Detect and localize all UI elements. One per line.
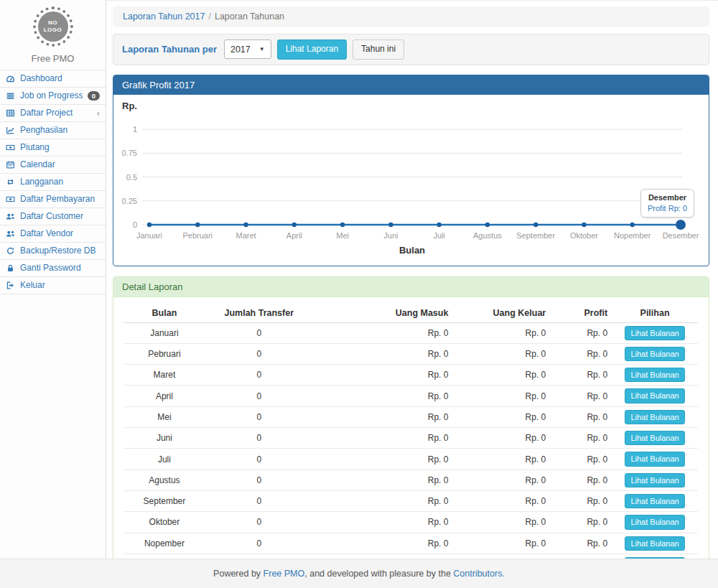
sidebar-item-label: Daftar Customer [20, 211, 83, 222]
cell-uang_keluar: Rp. 0 [457, 365, 554, 386]
profit-chart-panel: Grafik Profit 2017 10.750.50.250Rp.Janua… [113, 75, 709, 266]
breadcrumb-link-laporan-tahun[interactable]: Laporan Tahun 2017 [123, 11, 205, 22]
lihat-bulanan-button[interactable]: Lihat Bulanan [625, 410, 684, 424]
cell-bulan: Maret [124, 365, 205, 386]
x-tick-label: Oktober [570, 231, 598, 240]
data-point[interactable] [388, 222, 393, 226]
users-icon [6, 229, 16, 238]
year-select[interactable]: 2017 ▼ [224, 39, 271, 59]
lihat-bulanan-button[interactable]: Lihat Bulanan [625, 494, 684, 508]
lihat-bulanan-button[interactable]: Lihat Bulanan [625, 326, 684, 340]
sidebar-item-calendar[interactable]: Calendar [0, 157, 106, 174]
cell-profit: Rp. 0 [554, 386, 612, 406]
lihat-bulanan-button[interactable]: Lihat Bulanan [625, 368, 684, 382]
column-header: Jumlah Transfer [205, 304, 314, 323]
cell-bulan: Juni [124, 428, 205, 449]
sidebar-item-daftar-vendor[interactable]: Daftar Vendor [0, 225, 106, 243]
sidebar: NO LOGO Free PMO DashboardJob on Progres… [0, 0, 106, 559]
data-point[interactable] [292, 222, 297, 226]
data-point[interactable] [582, 222, 586, 226]
page: NO LOGO Free PMO DashboardJob on Progres… [0, 0, 718, 588]
sidebar-item-ganti-password[interactable]: Ganti Password [0, 260, 106, 277]
cell-bulan: Mei [124, 406, 205, 427]
sidebar-item-keluar[interactable]: Keluar [0, 277, 106, 294]
data-point[interactable] [243, 222, 248, 226]
sidebar-item-daftar-project[interactable]: Daftar Project‹ [0, 105, 106, 122]
lihat-bulanan-button[interactable]: Lihat Bulanan [625, 347, 684, 361]
data-point[interactable] [630, 222, 635, 226]
data-point[interactable] [485, 222, 490, 226]
sidebar-item-piutang[interactable]: Piutang [0, 139, 106, 157]
cell-pilihan: Lihat Bulanan [612, 512, 698, 533]
detail-panel-title: Detail Laporan [113, 277, 709, 297]
free-pmo-link[interactable]: Free PMO [264, 569, 305, 579]
cell-pilihan: Lihat Bulanan [612, 449, 698, 470]
sidebar-item-label: Job on Progress [20, 90, 83, 101]
sidebar-item-label: Daftar Project [20, 108, 73, 118]
cell-jumlah_transfer: 0 [205, 386, 314, 406]
detail-panel-body: BulanJumlah TransferUang MasukUang Kelua… [113, 297, 709, 588]
sidebar-item-langganan[interactable]: Langganan [0, 174, 106, 191]
cell-profit: Rp. 0 [554, 406, 612, 427]
cell-bulan: April [124, 386, 205, 406]
x-tick-label: Juli [433, 231, 445, 240]
data-point[interactable] [195, 222, 200, 226]
lihat-bulanan-button[interactable]: Lihat Bulanan [625, 431, 684, 445]
laporan-table-body: Januari0Rp. 0Rp. 0Rp. 0Lihat BulananPebr… [124, 322, 698, 588]
column-header: Uang Keluar [457, 304, 554, 323]
table-icon [6, 108, 16, 118]
table-row: Nopember0Rp. 0Rp. 0Rp. 0Lihat Bulanan [124, 533, 698, 554]
table-row: Mei0Rp. 0Rp. 0Rp. 0Lihat Bulanan [124, 406, 698, 427]
footer-text: Powered by Free PMO, and developed with … [213, 569, 505, 579]
lihat-bulanan-button[interactable]: Lihat Bulanan [625, 515, 684, 529]
lihat-laporan-button[interactable]: Lihat Laporan [277, 39, 347, 60]
cell-uang_masuk: Rp. 0 [314, 512, 457, 533]
cell-uang_masuk: Rp. 0 [314, 343, 457, 364]
lihat-bulanan-button[interactable]: Lihat Bulanan [625, 536, 684, 551]
sidebar-item-job-on-progress[interactable]: Job on Progress0 [0, 88, 106, 105]
cell-bulan: Januari [124, 322, 205, 343]
data-point[interactable] [340, 222, 345, 226]
table-row: Maret0Rp. 0Rp. 0Rp. 0Lihat Bulanan [124, 365, 698, 386]
cell-uang_masuk: Rp. 0 [314, 386, 457, 406]
logo-area: NO LOGO Free PMO [0, 0, 106, 70]
data-point[interactable] [533, 222, 538, 226]
lihat-bulanan-button[interactable]: Lihat Bulanan [625, 473, 684, 487]
cell-profit: Rp. 0 [554, 449, 612, 470]
cell-profit: Rp. 0 [554, 322, 612, 343]
data-point[interactable] [676, 220, 686, 230]
x-tick-label: Januari [136, 231, 162, 240]
brand-name: Free PMO [32, 53, 75, 64]
sidebar-item-dashboard[interactable]: Dashboard [0, 70, 106, 88]
y-axis-title: Rp. [122, 101, 137, 111]
y-tick-label: 0 [133, 220, 137, 229]
cell-jumlah_transfer: 0 [205, 470, 314, 490]
y-tick-label: 0.75 [122, 149, 137, 157]
data-point[interactable] [437, 222, 441, 226]
sidebar-item-label: Daftar Pembayaran [20, 194, 95, 205]
table-row: September0Rp. 0Rp. 0Rp. 0Lihat Bulanan [124, 490, 698, 511]
no-logo-badge: NO LOGO [38, 11, 68, 42]
column-header: Bulan [124, 304, 205, 323]
cell-pilihan: Lihat Bulanan [612, 470, 698, 490]
cell-pilihan: Lihat Bulanan [612, 365, 698, 386]
sidebar-item-daftar-customer[interactable]: Daftar Customer [0, 208, 106, 225]
y-tick-label: 1 [133, 125, 137, 134]
data-point[interactable] [147, 222, 151, 226]
cell-uang_keluar: Rp. 0 [457, 428, 554, 449]
cell-profit: Rp. 0 [554, 533, 612, 554]
tahun-ini-button[interactable]: Tahun ini [353, 39, 404, 60]
breadcrumb-current: Laporan Tahunan [215, 11, 284, 22]
lihat-bulanan-button[interactable]: Lihat Bulanan [625, 388, 684, 403]
sidebar-item-daftar-pembayaran[interactable]: Daftar Pembayaran [0, 191, 106, 208]
filter-label: Laporan Tahunan per [122, 44, 217, 55]
cell-bulan: Oktober [124, 512, 205, 533]
column-header: Pilihan [612, 304, 698, 323]
sidebar-item-backup-restore-db[interactable]: Backup/Restore DB [0, 243, 106, 260]
lihat-bulanan-button[interactable]: Lihat Bulanan [625, 452, 684, 466]
sidebar-item-label: Ganti Password [20, 263, 81, 274]
profit-line-chart: 10.750.50.250Rp.JanuariPebruariMaretApri… [113, 95, 709, 266]
contributors-link[interactable]: Contributors. [453, 569, 505, 579]
sidebar-item-penghasilan[interactable]: Penghasilan [0, 122, 106, 139]
cell-profit: Rp. 0 [554, 343, 612, 364]
